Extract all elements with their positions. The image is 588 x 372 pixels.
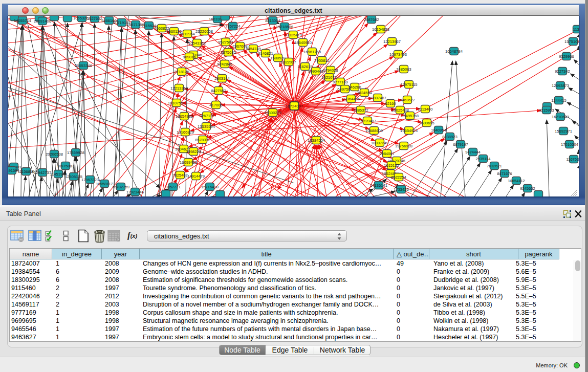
svg-text:8938923: 8938923 <box>442 135 458 139</box>
svg-text:14914479: 14914479 <box>187 174 205 179</box>
svg-text:18107552: 18107552 <box>168 101 185 105</box>
svg-text:1640954: 1640954 <box>431 128 446 133</box>
svg-text:10543362: 10543362 <box>188 41 206 46</box>
svg-text:8813054: 8813054 <box>265 18 280 23</box>
svg-text:25495758: 25495758 <box>401 114 419 118</box>
svg-text:9474444: 9474444 <box>465 150 481 155</box>
svg-text:9699695: 9699695 <box>419 121 434 125</box>
svg-text:8267115: 8267115 <box>200 114 214 118</box>
svg-text:11156819: 11156819 <box>18 169 35 174</box>
svg-text:18640910: 18640910 <box>294 40 312 45</box>
svg-text:14055714: 14055714 <box>14 18 31 23</box>
svg-text:2522254: 2522254 <box>391 175 406 180</box>
svg-text:15300275: 15300275 <box>264 111 281 115</box>
svg-text:989016: 989016 <box>183 55 195 59</box>
svg-text:13325419: 13325419 <box>285 33 302 37</box>
svg-text:12505135: 12505135 <box>65 174 82 179</box>
svg-text:15716430: 15716430 <box>201 185 219 189</box>
svg-text:10807487: 10807487 <box>369 96 386 100</box>
svg-text:16782759: 16782759 <box>112 185 129 189</box>
svg-text:2935114: 2935114 <box>476 157 491 161</box>
svg-text:7632621: 7632621 <box>487 164 502 168</box>
svg-text:14136141: 14136141 <box>370 183 387 188</box>
svg-text:2113400: 2113400 <box>418 107 433 112</box>
svg-text:9227342: 9227342 <box>555 69 570 74</box>
svg-text:12093873: 12093873 <box>552 83 569 88</box>
svg-text:1132: 1132 <box>573 27 579 32</box>
svg-text:19654983: 19654983 <box>176 114 193 119</box>
svg-text:18807249: 18807249 <box>371 141 388 145</box>
svg-text:10025438: 10025438 <box>391 108 409 113</box>
svg-text:19384554: 19384554 <box>308 138 325 143</box>
svg-text:9084067: 9084067 <box>379 151 395 156</box>
svg-text:1621072: 1621072 <box>321 75 337 80</box>
svg-text:1244415: 1244415 <box>551 98 567 103</box>
svg-text:9242845: 9242845 <box>217 62 232 67</box>
svg-text:62160: 62160 <box>385 101 396 106</box>
svg-text:8578332: 8578332 <box>195 138 210 142</box>
svg-text:2087682: 2087682 <box>364 17 379 22</box>
svg-text:15751074: 15751074 <box>564 39 579 44</box>
svg-text:9527503: 9527503 <box>218 40 233 45</box>
svg-text:1162615: 1162615 <box>298 64 313 69</box>
svg-text:8322037: 8322037 <box>281 60 296 64</box>
svg-text:9857771: 9857771 <box>165 185 181 189</box>
svg-text:7386372: 7386372 <box>353 108 368 113</box>
svg-text:1733426: 1733426 <box>394 187 409 192</box>
svg-text:3875685: 3875685 <box>221 50 236 55</box>
svg-text:9463627: 9463627 <box>400 98 415 102</box>
svg-text:12213369: 12213369 <box>170 86 188 91</box>
svg-text:8427552: 8427552 <box>211 89 226 93</box>
svg-text:12942737: 12942737 <box>34 170 51 175</box>
svg-text:17359928: 17359928 <box>67 150 84 155</box>
svg-text:20206538: 20206538 <box>46 152 63 157</box>
svg-text:11451944: 11451944 <box>50 172 67 177</box>
svg-text:7485063: 7485063 <box>396 67 411 72</box>
svg-text:8990448: 8990448 <box>308 69 323 74</box>
svg-text:15720407: 15720407 <box>359 119 376 123</box>
svg-text:10958117: 10958117 <box>96 182 113 186</box>
svg-text:10654112: 10654112 <box>508 179 525 183</box>
svg-text:19218506: 19218506 <box>276 25 293 29</box>
svg-text:19166829: 19166829 <box>177 130 194 135</box>
svg-text:417006: 417006 <box>209 103 222 107</box>
svg-text:9777169: 9777169 <box>333 80 348 84</box>
svg-text:1527602: 1527602 <box>87 16 102 21</box>
svg-text:7955812: 7955812 <box>314 58 330 63</box>
svg-text:17975115: 17975115 <box>400 82 417 87</box>
svg-text:16961758: 16961758 <box>303 50 321 54</box>
svg-text:10688609: 10688609 <box>365 128 383 133</box>
svg-text:10975887: 10975887 <box>57 164 74 168</box>
svg-text:746266: 746266 <box>348 85 361 90</box>
svg-text:19756928: 19756928 <box>395 144 412 148</box>
svg-text:20691406: 20691406 <box>34 19 51 24</box>
svg-text:8471676: 8471676 <box>497 171 512 176</box>
svg-text:12923446: 12923446 <box>126 190 144 194</box>
svg-text:16648784: 16648784 <box>445 49 463 54</box>
svg-text:1615132: 1615132 <box>384 163 399 168</box>
svg-text:16154838: 16154838 <box>372 27 389 32</box>
svg-text:6794028: 6794028 <box>323 68 338 73</box>
svg-text:12213967: 12213967 <box>383 39 401 44</box>
svg-text:20053346: 20053346 <box>75 63 92 68</box>
svg-text:9329966: 9329966 <box>559 54 574 59</box>
svg-text:23226058: 23226058 <box>195 29 213 34</box>
svg-text:6879197: 6879197 <box>453 142 468 147</box>
svg-text:2803144: 2803144 <box>214 76 230 81</box>
svg-text:15692971: 15692971 <box>555 129 572 134</box>
svg-text:20364436: 20364436 <box>342 97 360 101</box>
svg-text:3215953: 3215953 <box>539 108 554 113</box>
svg-text:8454749: 8454749 <box>246 47 261 51</box>
svg-text:1167533: 1167533 <box>567 157 579 162</box>
svg-text:3498222: 3498222 <box>186 149 201 154</box>
svg-text:16099483: 16099483 <box>180 160 197 165</box>
svg-text:7625402: 7625402 <box>172 173 188 178</box>
svg-text:19654923: 19654923 <box>400 128 418 133</box>
svg-text:9146821: 9146821 <box>258 51 273 56</box>
svg-text:9245652: 9245652 <box>520 186 535 191</box>
svg-text:10973493: 10973493 <box>389 52 407 57</box>
svg-text:16210643: 16210643 <box>552 115 569 119</box>
svg-text:8912954: 8912954 <box>180 32 195 36</box>
svg-text:7857224: 7857224 <box>225 24 241 29</box>
svg-text:2718126: 2718126 <box>174 70 189 74</box>
